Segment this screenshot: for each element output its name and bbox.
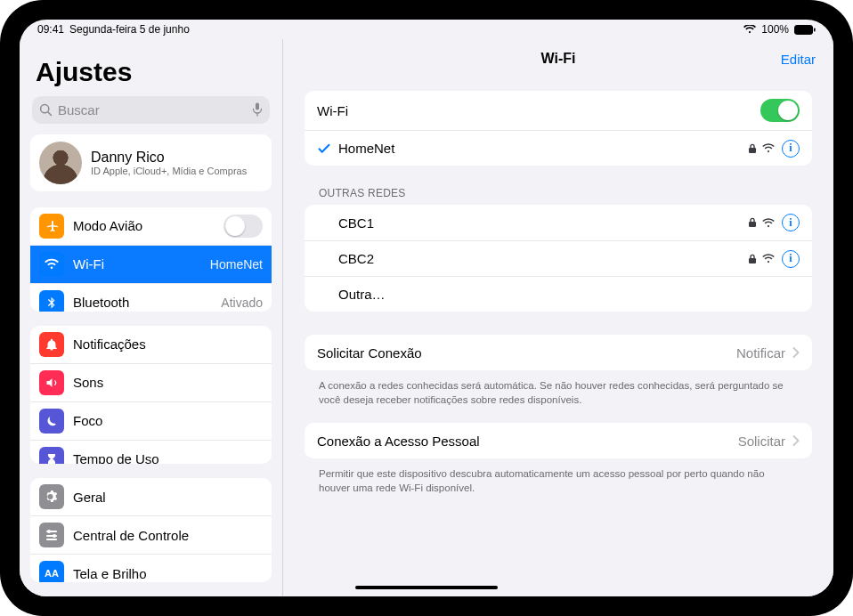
detail-header: Wi-Fi Editar xyxy=(283,39,833,78)
sidebar-item-screentime[interactable]: Tempo de Uso xyxy=(30,440,272,465)
network-row[interactable]: CBC2 i xyxy=(305,240,812,276)
other-networks-list: CBC1 i CBC2 xyxy=(305,205,812,312)
sidebar-item-notifications[interactable]: Notificações xyxy=(30,326,272,363)
settings-sidebar: Ajustes Buscar Danny Rico ID Apple, iClo… xyxy=(20,39,283,596)
check-icon xyxy=(317,143,331,154)
lock-icon xyxy=(748,217,757,228)
hotspot-label: Conexão a Acesso Pessoal xyxy=(317,434,731,449)
ask-join-value: Notificar xyxy=(736,345,785,361)
svg-rect-13 xyxy=(749,258,756,263)
other-networks-header: Outras Redes xyxy=(305,173,812,205)
sidebar-item-sounds[interactable]: Sons xyxy=(30,363,272,401)
sidebar-item-label: Geral xyxy=(73,490,263,505)
network-name: CBC2 xyxy=(338,251,741,266)
svg-point-2 xyxy=(41,105,49,113)
lock-icon xyxy=(748,254,757,264)
search-icon xyxy=(39,103,53,117)
wifi-icon xyxy=(39,252,64,277)
svg-point-8 xyxy=(53,534,56,538)
wifi-toggle[interactable] xyxy=(760,99,800,122)
moon-icon xyxy=(39,409,64,434)
network-name: CBC1 xyxy=(338,215,741,231)
speaker-icon xyxy=(39,370,64,395)
sidebar-item-label: Sons xyxy=(73,375,263,390)
sidebar-item-general[interactable]: Geral xyxy=(30,478,272,515)
sidebar-item-label: Tempo de Uso xyxy=(73,451,263,464)
sidebar-item-label: Wi-Fi xyxy=(73,256,201,272)
home-indicator xyxy=(355,586,498,589)
page-title: Ajustes xyxy=(30,39,272,93)
wifi-status-icon xyxy=(743,25,756,34)
mic-icon[interactable] xyxy=(252,102,263,117)
wifi-toggle-label: Wi-Fi xyxy=(317,103,753,118)
gear-icon xyxy=(39,484,64,509)
svg-rect-9 xyxy=(46,539,57,540)
svg-rect-1 xyxy=(814,28,816,31)
chevron-right-icon xyxy=(792,347,800,358)
sidebar-item-trailing: Ativado xyxy=(221,296,263,310)
svg-rect-0 xyxy=(795,25,813,34)
brightness-icon: AA xyxy=(39,561,64,582)
ask-join-row[interactable]: Solicitar Conexão Notificar xyxy=(305,335,812,370)
svg-text:AA: AA xyxy=(45,568,59,579)
profile-name: Danny Rico xyxy=(91,150,247,166)
bluetooth-icon xyxy=(39,290,64,312)
sidebar-item-controlcenter[interactable]: Central de Controle xyxy=(30,515,272,554)
sidebar-item-trailing: HomeNet xyxy=(210,257,263,272)
other-network-row[interactable]: Outra… xyxy=(305,276,812,312)
airplane-toggle[interactable] xyxy=(223,215,263,238)
wifi-signal-icon xyxy=(762,254,775,263)
detail-pane: Wi-Fi Editar Wi-Fi Ho xyxy=(283,39,833,596)
sidebar-item-airplane[interactable]: Modo Avião xyxy=(30,207,272,245)
avatar xyxy=(39,142,82,184)
wifi-toggle-row[interactable]: Wi-Fi xyxy=(305,91,812,130)
ask-join-footnote: A conexão a redes conhecidas será automá… xyxy=(305,377,812,423)
svg-point-6 xyxy=(47,530,51,533)
sidebar-item-label: Bluetooth xyxy=(73,295,212,310)
battery-percent: 100% xyxy=(761,23,789,36)
sidebar-item-label: Notificações xyxy=(73,336,263,352)
chevron-right-icon xyxy=(792,435,800,446)
connected-network-name: HomeNet xyxy=(338,141,741,156)
sidebar-item-focus[interactable]: Foco xyxy=(30,401,272,440)
sidebar-item-display[interactable]: AA Tela e Brilho xyxy=(30,554,272,582)
sidebar-group-connectivity: Modo Avião Wi-Fi HomeNet xyxy=(30,207,272,312)
status-date: Segunda-feira 5 de junho xyxy=(69,23,190,36)
sidebar-item-wifi[interactable]: Wi-Fi HomeNet xyxy=(30,245,272,283)
edit-button[interactable]: Editar xyxy=(781,52,816,67)
svg-rect-12 xyxy=(749,222,756,227)
lock-icon xyxy=(748,143,757,154)
wifi-signal-icon xyxy=(762,143,775,153)
sidebar-item-label: Tela e Brilho xyxy=(73,566,263,581)
sidebar-group-alerts: Notificações Sons Foco xyxy=(30,326,272,465)
status-bar: 09:41 Segunda-feira 5 de junho 100% xyxy=(20,20,833,39)
info-button[interactable]: i xyxy=(782,214,800,231)
connected-network-row[interactable]: HomeNet i xyxy=(305,130,812,166)
sidebar-item-label: Foco xyxy=(73,413,263,428)
search-input[interactable]: Buscar xyxy=(32,96,270,124)
sliders-icon xyxy=(39,523,64,547)
ask-join-label: Solicitar Conexão xyxy=(317,345,729,361)
sidebar-item-bluetooth[interactable]: Bluetooth Ativado xyxy=(30,283,272,312)
sidebar-group-general: Geral Central de Controle AA Tela e Bril… xyxy=(30,478,272,582)
info-button[interactable]: i xyxy=(782,140,800,158)
search-placeholder: Buscar xyxy=(58,102,247,118)
sidebar-item-label: Central de Controle xyxy=(73,528,263,543)
battery-icon xyxy=(794,25,816,35)
hourglass-icon xyxy=(39,447,64,465)
info-button[interactable]: i xyxy=(782,250,800,268)
hotspot-value: Solicitar xyxy=(738,434,785,449)
detail-title: Wi-Fi xyxy=(541,51,576,67)
network-row[interactable]: CBC1 i xyxy=(305,205,812,240)
status-time: 09:41 xyxy=(37,23,64,36)
other-network-label: Outra… xyxy=(338,287,800,302)
sidebar-item-label: Modo Avião xyxy=(73,218,215,233)
apple-id-card[interactable]: Danny Rico ID Apple, iCloud+, Mídia e Co… xyxy=(30,134,272,191)
svg-line-3 xyxy=(48,112,52,116)
hotspot-list: Conexão a Acesso Pessoal Solicitar xyxy=(305,423,812,458)
hotspot-row[interactable]: Conexão a Acesso Pessoal Solicitar xyxy=(305,423,812,458)
profile-subtitle: ID Apple, iCloud+, Mídia e Compras xyxy=(91,166,247,176)
svg-rect-11 xyxy=(749,148,756,153)
hotspot-footnote: Permitir que este dispositivo descubra a… xyxy=(305,466,812,511)
airplane-icon xyxy=(39,214,64,239)
